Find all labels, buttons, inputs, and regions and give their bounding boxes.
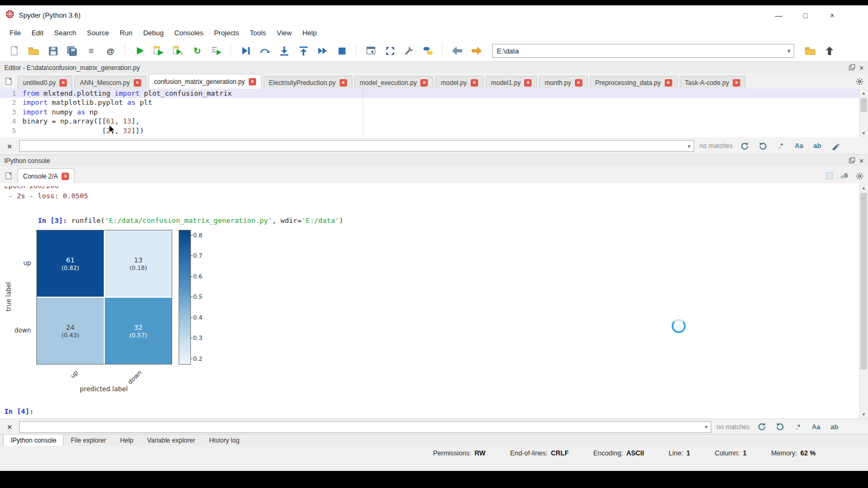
pane-tab-ipython-console[interactable]: IPython console — [3, 435, 64, 446]
editor-tab[interactable]: untitled0.py× — [18, 76, 72, 89]
menu-debug[interactable]: Debug — [138, 27, 169, 39]
stop-icon[interactable] — [334, 43, 349, 59]
interrupt-kernel-icon[interactable] — [823, 169, 836, 182]
tab-close-icon[interactable]: × — [665, 79, 672, 87]
pane-tab-help[interactable]: Help — [113, 435, 140, 446]
menu-file[interactable]: File — [4, 27, 26, 39]
clear-console-icon[interactable] — [838, 169, 851, 182]
browse-tabs-icon[interactable] — [3, 75, 16, 88]
editor-tab[interactable]: model_execution.py× — [355, 76, 434, 89]
continue-icon[interactable] — [314, 43, 330, 59]
tab-close-icon[interactable]: × — [59, 79, 67, 87]
new-file-icon[interactable] — [6, 43, 22, 59]
editor-tab[interactable]: ElectrisityPreduction.py× — [264, 76, 352, 89]
run-selection-icon[interactable] — [209, 43, 224, 59]
menu-help[interactable]: Help — [297, 27, 322, 39]
editor-tab-active[interactable]: confusion_matrix_generation.py× — [149, 74, 262, 89]
whole-words-toggle-icon[interactable]: ab — [828, 421, 841, 433]
find-symbols-icon[interactable]: @ — [103, 43, 118, 59]
debug-icon[interactable] — [237, 43, 253, 59]
find-input[interactable]: ▾ — [19, 421, 711, 433]
menu-view[interactable]: View — [271, 27, 297, 39]
editor-tab[interactable]: model.py× — [435, 76, 483, 89]
open-file-icon[interactable] — [26, 43, 41, 59]
menu-search[interactable]: Search — [49, 27, 81, 39]
editor-tab[interactable]: ANN_Mescom.py× — [74, 76, 146, 89]
editor-tab[interactable]: month.py× — [539, 76, 587, 89]
pane-tab-file-explorer[interactable]: File explorer — [64, 435, 113, 446]
parent-directory-icon[interactable] — [821, 43, 837, 59]
tab-close-icon[interactable]: × — [733, 79, 740, 87]
step-icon[interactable] — [257, 43, 272, 59]
undock-pane-icon[interactable] — [849, 64, 855, 72]
editor-scrollbar[interactable]: ▲ ▼ — [859, 89, 868, 137]
find-input[interactable]: ▾ — [19, 140, 694, 152]
case-sensitive-toggle-icon[interactable]: Aa — [810, 421, 823, 433]
close-find-icon[interactable]: × — [5, 142, 14, 151]
pythonpath-manager-icon[interactable] — [420, 43, 436, 59]
tab-close-icon[interactable]: × — [420, 79, 428, 87]
run-icon[interactable] — [132, 43, 147, 59]
editor-tab[interactable]: Preprocessing_data.py× — [590, 76, 678, 89]
tab-close-icon[interactable]: × — [249, 78, 256, 86]
regex-toggle-icon[interactable]: .* — [792, 421, 804, 433]
editor-tab[interactable]: model1.py× — [486, 76, 537, 89]
console-tab-active[interactable]: Console 2/A × — [18, 168, 74, 183]
menu-run[interactable]: Run — [114, 27, 138, 39]
minimize-button[interactable]: — — [765, 5, 792, 25]
scrollbar-thumb[interactable] — [861, 193, 867, 369]
file-switcher-icon[interactable]: ≡ — [83, 43, 99, 59]
find-next-icon[interactable] — [756, 140, 769, 152]
save-all-icon[interactable] — [64, 43, 80, 59]
case-sensitive-toggle-icon[interactable]: Aa — [793, 140, 805, 152]
chevron-down-icon[interactable]: ▾ — [688, 143, 690, 149]
scrollbar-thumb[interactable] — [861, 98, 867, 112]
console-options-gear-icon[interactable] — [853, 169, 866, 182]
browse-working-directory-icon[interactable] — [802, 43, 818, 59]
tab-close-icon[interactable]: × — [62, 173, 69, 180]
run-cell-advance-icon[interactable] — [170, 43, 186, 59]
editor-tab[interactable]: Task-A-code.py× — [680, 76, 746, 89]
menu-edit[interactable]: Edit — [26, 27, 49, 39]
fullscreen-icon[interactable] — [382, 43, 397, 59]
maximize-button[interactable]: □ — [792, 5, 819, 25]
scroll-down-icon[interactable]: ▼ — [859, 129, 868, 137]
chevron-down-icon[interactable]: ▾ — [705, 424, 708, 430]
menu-projects[interactable]: Projects — [209, 27, 244, 39]
pane-tab-history-log[interactable]: History log — [202, 435, 247, 446]
tab-close-icon[interactable]: × — [134, 79, 141, 87]
tab-close-icon[interactable]: × — [340, 79, 347, 87]
save-icon[interactable] — [45, 43, 60, 59]
run-cell-icon[interactable] — [151, 43, 166, 59]
step-into-icon[interactable] — [276, 43, 291, 59]
tab-close-icon[interactable]: × — [471, 79, 478, 87]
console-scrollbar[interactable]: ▲ ▼ — [859, 183, 868, 419]
close-find-icon[interactable]: × — [5, 422, 14, 431]
highlight-matches-icon[interactable] — [829, 140, 842, 152]
back-icon[interactable] — [449, 43, 465, 59]
menu-consoles[interactable]: Consoles — [169, 27, 209, 39]
new-console-icon[interactable] — [3, 169, 16, 182]
menu-source[interactable]: Source — [82, 27, 114, 39]
forward-icon[interactable] — [468, 43, 484, 59]
tab-close-icon[interactable]: × — [575, 79, 582, 87]
rerun-cell-icon[interactable]: ↻ — [189, 43, 205, 59]
scroll-up-icon[interactable]: ▲ — [859, 183, 868, 192]
step-return-icon[interactable] — [295, 43, 311, 59]
find-next-icon[interactable] — [773, 421, 786, 433]
maximize-pane-icon[interactable] — [363, 43, 378, 59]
find-previous-icon[interactable] — [755, 421, 768, 433]
menu-tools[interactable]: Tools — [244, 27, 271, 39]
working-directory-combo[interactable]: E:\data ▾ — [492, 44, 794, 58]
console-output[interactable]: Epoch 200/200 - 2s - loss: 0.0505 In [3]… — [0, 183, 868, 419]
undock-pane-icon[interactable] — [849, 157, 855, 165]
regex-toggle-icon[interactable]: .* — [774, 140, 787, 152]
tab-options-gear-icon[interactable] — [853, 75, 866, 88]
tab-close-icon[interactable]: × — [524, 79, 532, 87]
scroll-up-icon[interactable]: ▲ — [859, 89, 868, 97]
scroll-down-icon[interactable]: ▼ — [859, 410, 868, 419]
whole-words-toggle-icon[interactable]: ab — [811, 140, 824, 152]
find-previous-icon[interactable] — [738, 140, 751, 152]
code-editor[interactable]: 1from mlxtend.plotting import plot_confu… — [0, 89, 868, 137]
preferences-icon[interactable] — [401, 43, 417, 59]
